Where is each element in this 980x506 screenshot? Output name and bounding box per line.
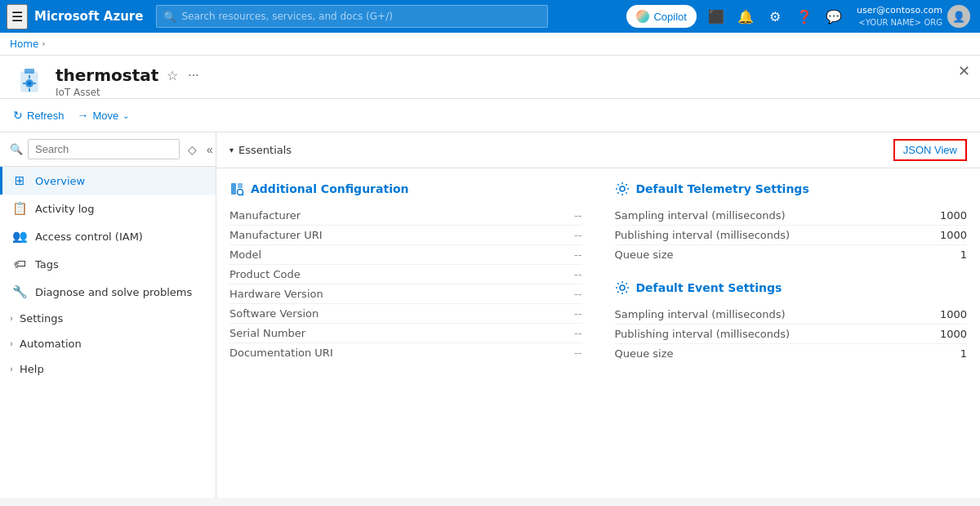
user-email: user@contoso.com: [857, 5, 942, 16]
main-layout: 🔍 ◇ « ⊞ Overview 📋 Activity log 👥 Access…: [0, 132, 980, 498]
move-icon: →: [78, 109, 89, 122]
event-settings-subsection: Default Event Settings Sampling interval…: [615, 280, 968, 363]
sidebar-group-label-settings: Settings: [20, 312, 63, 325]
sidebar: 🔍 ◇ « ⊞ Overview 📋 Activity log 👥 Access…: [0, 132, 216, 498]
favorite-button[interactable]: ☆: [165, 66, 180, 85]
essentials-header: ▾ Essentials JSON View: [216, 132, 980, 168]
sidebar-item-label-activity-log: Activity log: [35, 203, 95, 215]
user-profile[interactable]: user@contoso.com <YOUR NAME> ORG 👤: [853, 5, 973, 28]
row-value: 1000: [940, 229, 967, 241]
tags-icon: 🏷: [12, 257, 27, 271]
row-value: --: [574, 347, 581, 359]
move-label: Move: [93, 110, 119, 122]
breadcrumb-home[interactable]: Home: [10, 38, 38, 50]
move-button[interactable]: → Move ⌄: [78, 105, 130, 125]
row-value: --: [574, 209, 581, 222]
sidebar-group-settings[interactable]: › Settings: [0, 306, 216, 331]
svg-rect-8: [231, 183, 236, 195]
sidebar-collapse-button[interactable]: «: [203, 141, 216, 158]
row-value: --: [574, 249, 581, 261]
essentials-chevron-icon: ▾: [229, 146, 234, 154]
row-value: 1000: [940, 209, 967, 222]
event-gear-icon: [615, 280, 630, 295]
row-label: Sampling interval (milliseconds): [615, 209, 786, 222]
sidebar-group-label-automation: Automation: [20, 338, 82, 350]
additional-config-row: Manufacturer --: [229, 206, 582, 226]
user-org: <YOUR NAME> ORG: [857, 17, 942, 28]
iot-asset-icon: [15, 67, 44, 96]
row-label: Publishing interval (milliseconds): [615, 229, 791, 241]
sidebar-group-automation[interactable]: › Automation: [0, 331, 216, 356]
more-options-button[interactable]: ···: [186, 66, 200, 84]
global-search-placeholder: Search resources, services, and docs (G+…: [181, 11, 392, 22]
sidebar-item-diagnose[interactable]: 🔧 Diagnose and solve problems: [0, 278, 216, 306]
refresh-label: Refresh: [27, 110, 65, 122]
row-value: --: [574, 229, 581, 241]
sidebar-item-access-control[interactable]: 👥 Access control (IAM): [0, 222, 216, 250]
resource-icon-container: [13, 65, 46, 98]
additional-config-row: Product Code --: [229, 265, 582, 284]
additional-config-row: Serial Number --: [229, 324, 582, 343]
help-button[interactable]: ❓: [791, 3, 817, 29]
telemetry-gear-icon: [615, 181, 630, 196]
additional-config-row: Model --: [229, 245, 582, 265]
close-button[interactable]: ✕: [958, 62, 970, 80]
avatar: 👤: [947, 5, 970, 28]
hamburger-menu-button[interactable]: ☰: [7, 4, 28, 29]
search-input[interactable]: [28, 139, 180, 159]
sidebar-item-activity-log[interactable]: 📋 Activity log: [0, 195, 216, 222]
diagnose-icon: 🔧: [12, 284, 27, 299]
row-label: Serial Number: [229, 327, 305, 339]
event-row: Sampling interval (milliseconds) 1000: [615, 305, 968, 325]
telemetry-row: Publishing interval (milliseconds) 1000: [615, 226, 968, 245]
additional-config-row: Software Version --: [229, 304, 582, 324]
row-value: 1: [960, 249, 967, 261]
sidebar-search-icon: 🔍: [10, 143, 23, 155]
json-view-button[interactable]: JSON View: [893, 139, 967, 161]
svg-point-10: [238, 190, 243, 195]
sidebar-pin-button[interactable]: ◇: [185, 141, 200, 158]
row-label: Model: [229, 249, 261, 261]
search-icon: 🔍: [163, 11, 176, 23]
top-navigation: ☰ Microsoft Azure 🔍 Search resources, se…: [0, 0, 980, 33]
cloud-shell-button[interactable]: ⬛: [703, 3, 729, 29]
copilot-gem-icon: [636, 10, 649, 23]
nav-icon-group: ⬛ 🔔 ⚙ ❓ 💬: [703, 3, 847, 29]
notifications-button[interactable]: 🔔: [733, 3, 759, 29]
resource-title: thermostat: [56, 65, 158, 85]
activity-log-icon: 📋: [12, 201, 27, 216]
additional-config-row: Documentation URI --: [229, 343, 582, 362]
svg-rect-1: [24, 69, 34, 74]
row-label: Manufacturer URI: [229, 229, 323, 241]
row-value: --: [574, 288, 581, 300]
svg-line-11: [243, 195, 244, 196]
global-search-box[interactable]: 🔍 Search resources, services, and docs (…: [156, 5, 548, 28]
event-settings-title: Default Event Settings: [615, 280, 968, 295]
additional-config-title: Additional Configuration: [229, 181, 582, 196]
copilot-label: Copilot: [653, 11, 686, 23]
sidebar-group-help[interactable]: › Help: [0, 356, 216, 382]
breadcrumb-separator: ›: [42, 39, 45, 48]
row-label: Product Code: [229, 268, 301, 280]
copilot-button[interactable]: Copilot: [626, 5, 696, 28]
svg-point-3: [28, 82, 32, 86]
content-area: ▾ Essentials JSON View Additional Config…: [216, 132, 980, 498]
settings-button[interactable]: ⚙: [762, 3, 788, 29]
sidebar-item-overview[interactable]: ⊞ Overview: [0, 167, 216, 195]
additional-config-rows: Manufacturer -- Manufacturer URI -- Mode…: [229, 206, 582, 362]
automation-chevron-icon: ›: [10, 339, 13, 348]
additional-config-row: Hardware Version --: [229, 284, 582, 304]
event-rows: Sampling interval (milliseconds) 1000 Pu…: [615, 305, 968, 363]
access-control-icon: 👥: [12, 229, 27, 244]
sidebar-item-tags[interactable]: 🏷 Tags: [0, 250, 216, 278]
feedback-button[interactable]: 💬: [821, 3, 847, 29]
brand-label: Microsoft Azure: [34, 9, 143, 24]
refresh-button[interactable]: ↻ Refresh: [13, 105, 65, 125]
row-value: 1000: [940, 308, 967, 320]
svg-rect-9: [238, 183, 243, 188]
row-label: Documentation URI: [229, 347, 333, 359]
sidebar-search-container: 🔍 ◇ «: [0, 132, 216, 167]
settings-column: Default Telemetry Settings Sampling inte…: [615, 181, 968, 363]
breadcrumb: Home ›: [0, 33, 980, 56]
essentials-content: Additional Configuration Manufacturer --…: [216, 168, 980, 376]
